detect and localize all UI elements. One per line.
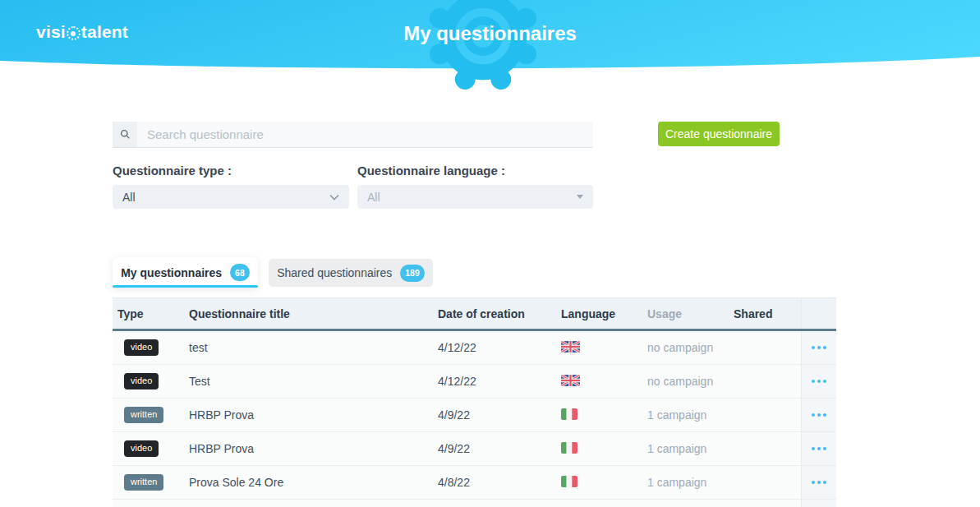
page-title: My questionnaires: [0, 22, 980, 45]
questionnaire-type-dropdown[interactable]: All: [113, 185, 349, 209]
row-actions-ellipsis-icon[interactable]: [808, 444, 830, 454]
questionnaire-language-label: Questionnaire language :: [357, 164, 505, 177]
table-row[interactable]: video HRBP Prova 4/9/22 1 campaign: [113, 432, 836, 466]
usage-text: 1 campaign: [637, 442, 723, 455]
row-actions-ellipsis-icon[interactable]: [808, 343, 830, 353]
type-badge: video: [124, 440, 159, 456]
language-flag: [561, 442, 577, 454]
table-row[interactable]: video test 4/12/22 no campaign: [113, 331, 836, 365]
questionnaire-title: HRBP Prova: [178, 408, 427, 422]
table-row[interactable]: video Test 4/12/22 no campaign: [113, 365, 836, 399]
tab-my-questionnaires-label: My questionnaires: [121, 266, 222, 279]
questionnaire-title: Prova Sole 24 Ore: [178, 476, 427, 489]
search-bar: [113, 122, 593, 148]
table-body: video test 4/12/22 no campaign video Tes…: [113, 331, 836, 507]
language-flag: [561, 341, 580, 353]
create-questionnaire-button[interactable]: Create questionnaire: [658, 122, 780, 146]
table-row[interactable]: written Prova Sole 24 Ore 4/8/22 1 campa…: [113, 466, 836, 500]
row-actions-ellipsis-icon[interactable]: [808, 477, 830, 487]
search-input[interactable]: [137, 122, 593, 147]
tab-shared-questionnaires[interactable]: Shared questionnaires 189: [269, 259, 433, 287]
type-badge: written: [124, 474, 163, 490]
column-header-type: Type: [113, 307, 178, 320]
type-badge: video: [124, 339, 159, 355]
tab-shared-questionnaires-label: Shared questionnaires: [277, 266, 392, 279]
type-badge: video: [124, 373, 159, 389]
usage-text: no campaign: [637, 341, 723, 354]
type-badge: written: [124, 407, 163, 422]
questionnaire-language-dropdown[interactable]: All: [357, 185, 593, 209]
caret-down-icon: [577, 195, 583, 199]
row-actions-ellipsis-icon[interactable]: [808, 376, 830, 386]
chevron-down-icon: [329, 194, 339, 200]
creation-date: 4/8/22: [427, 476, 550, 489]
creation-date: 4/12/22: [427, 375, 550, 388]
questionnaire-title: HRBP Prova: [178, 442, 427, 455]
language-flag: [561, 375, 580, 386]
column-header-shared: Shared: [723, 307, 801, 320]
column-header-language: Language: [550, 307, 637, 320]
questionnaire-type-label: Questionnaire type :: [113, 164, 232, 177]
top-banner: visitalent My questionnaires: [0, 0, 980, 76]
creation-date: 4/12/22: [427, 341, 550, 354]
row-actions-ellipsis-icon[interactable]: [808, 410, 830, 420]
column-header-title: Questionnaire title: [178, 307, 427, 320]
column-header-actions: [801, 298, 836, 329]
creation-date: 4/9/22: [427, 408, 550, 422]
usage-text: 1 campaign: [637, 476, 723, 489]
my-questionnaires-count-badge: 68: [230, 264, 250, 281]
questionnaires-table: Type Questionnaire title Date of creatio…: [113, 297, 836, 507]
questionnaire-type-value: All: [122, 191, 136, 204]
gear-icon: [423, 0, 543, 96]
magnifier-icon: [120, 129, 131, 140]
language-flag: [561, 476, 577, 487]
table-row[interactable]: video: [113, 500, 836, 507]
shared-questionnaires-count-badge: 189: [400, 265, 425, 282]
questionnaire-title: Test: [178, 375, 427, 388]
questionnaire-title: test: [178, 341, 427, 354]
tab-my-questionnaires[interactable]: My questionnaires 68: [113, 257, 258, 288]
search-icon-box: [113, 122, 137, 147]
language-flag: [561, 408, 577, 420]
creation-date: 4/9/22: [427, 442, 550, 455]
column-header-date: Date of creation: [427, 307, 550, 320]
usage-text: 1 campaign: [637, 408, 723, 422]
column-header-usage: Usage: [637, 307, 723, 320]
my-questionnaires-page: visitalent My questionnaires Create ques…: [0, 0, 980, 507]
questionnaire-language-value: All: [367, 191, 380, 204]
table-header-row: Type Questionnaire title Date of creatio…: [113, 297, 836, 331]
usage-text: no campaign: [637, 375, 723, 388]
table-row[interactable]: written HRBP Prova 4/9/22 1 campaign: [113, 399, 836, 432]
